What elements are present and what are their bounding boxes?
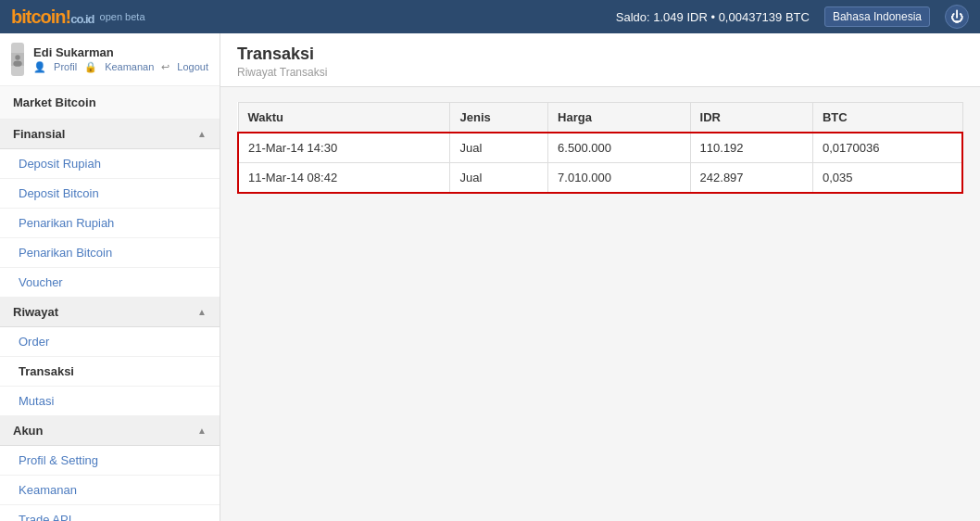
finansial-label: Finansial [13, 127, 65, 141]
keamanan-icon: 🔒 [84, 61, 97, 73]
cell-waktu: 11-Mar-14 08:42 [238, 163, 450, 194]
saldo-display: Saldo: 1.049 IDR • 0,00437139 BTC [616, 10, 810, 24]
sidebar-item-penarikan-rupiah[interactable]: Penarikan Rupiah [0, 209, 220, 238]
cell-jenis: Jual [450, 133, 548, 163]
col-btc: BTC [812, 103, 962, 133]
logout-icon: ↩ [161, 61, 170, 73]
profil-icon: 👤 [33, 61, 46, 73]
sidebar-item-order[interactable]: Order [0, 327, 220, 357]
saldo-label: Saldo: [616, 10, 650, 24]
transaction-table: Waktu Jenis Harga IDR BTC 21-Mar-14 14:3… [237, 102, 963, 194]
sidebar-section-riwayat[interactable]: Riwayat ▲ [0, 298, 220, 327]
col-waktu: Waktu [238, 103, 450, 133]
logo-coid: co.id [70, 12, 94, 26]
header-right: Saldo: 1.049 IDR • 0,00437139 BTC Bahasa… [616, 5, 969, 29]
page-title: Transaksi [237, 44, 963, 64]
avatar [11, 43, 24, 76]
cell-btc: 0,035 [812, 163, 962, 194]
page-subtitle: Riwayat Transaksi [237, 66, 963, 79]
keamanan-link[interactable]: Keamanan [105, 61, 154, 73]
language-button[interactable]: Bahasa Indonesia [824, 6, 930, 27]
sidebar-item-deposit-rupiah[interactable]: Deposit Rupiah [0, 149, 220, 179]
cell-jenis: Jual [450, 163, 548, 194]
header: bitcoin!co.id open beta Saldo: 1.049 IDR… [0, 0, 980, 33]
logo-bitcoin: bitcoin [11, 6, 66, 27]
col-harga: Harga [548, 103, 690, 133]
cell-waktu: 21-Mar-14 14:30 [238, 133, 450, 163]
sidebar: Edi Sukarman 👤 Profil 🔒 Keamanan ↩ Logou… [0, 33, 220, 521]
svg-point-2 [13, 61, 21, 67]
user-links: 👤 Profil 🔒 Keamanan ↩ Logout [33, 61, 208, 73]
sidebar-item-mutasi[interactable]: Mutasi [0, 387, 220, 416]
table-row: 21-Mar-14 14:30Jual6.500.000110.1920,017… [238, 133, 962, 163]
cell-btc: 0,0170036 [812, 133, 962, 163]
table-header: Waktu Jenis Harga IDR BTC [238, 103, 962, 133]
profil-link[interactable]: Profil [54, 61, 77, 73]
riwayat-label: Riwayat [13, 305, 58, 319]
user-details: Edi Sukarman 👤 Profil 🔒 Keamanan ↩ Logou… [33, 45, 208, 73]
sidebar-section-akun[interactable]: Akun ▲ [0, 416, 220, 446]
cell-harga: 7.010.000 [548, 163, 690, 194]
sidebar-item-voucher[interactable]: Voucher [0, 268, 220, 298]
main-content: Transaksi Riwayat Transaksi Waktu Jenis … [220, 33, 980, 521]
table-header-row: Waktu Jenis Harga IDR BTC [238, 103, 962, 133]
table-row: 11-Mar-14 08:42Jual7.010.000242.8970,035 [238, 163, 962, 194]
col-jenis: Jenis [450, 103, 548, 133]
power-icon: ⏻ [950, 9, 963, 24]
transaction-content: Waktu Jenis Harga IDR BTC 21-Mar-14 14:3… [220, 87, 980, 209]
logout-link[interactable]: Logout [177, 61, 208, 73]
akun-label: Akun [13, 424, 44, 438]
user-name: Edi Sukarman [33, 45, 208, 59]
finansial-chevron-icon: ▲ [197, 129, 207, 139]
sidebar-item-profil-setting[interactable]: Profil & Setting [0, 446, 220, 476]
table-body: 21-Mar-14 14:30Jual6.500.000110.1920,017… [238, 133, 962, 193]
logo: bitcoin!co.id open beta [11, 6, 145, 28]
cell-idr: 242.897 [690, 163, 812, 194]
open-beta-label: open beta [100, 11, 145, 22]
saldo-sep: • [710, 10, 715, 24]
sidebar-item-penarikan-bitcoin[interactable]: Penarikan Bitcoin [0, 238, 220, 268]
sidebar-section-finansial[interactable]: Finansial ▲ [0, 120, 220, 149]
layout: Edi Sukarman 👤 Profil 🔒 Keamanan ↩ Logou… [0, 33, 980, 521]
sidebar-item-transaksi[interactable]: Transaksi [0, 357, 220, 387]
svg-point-1 [15, 55, 19, 59]
riwayat-chevron-icon: ▲ [197, 307, 207, 317]
sidebar-item-trade-api[interactable]: Trade API [0, 505, 220, 521]
cell-harga: 6.500.000 [548, 133, 690, 163]
power-button[interactable]: ⏻ [945, 5, 969, 29]
saldo-btc: 0,00437139 BTC [719, 10, 810, 24]
main-header: Transaksi Riwayat Transaksi [220, 33, 980, 87]
cell-idr: 110.192 [690, 133, 812, 163]
sidebar-item-keamanan[interactable]: Keamanan [0, 476, 220, 505]
user-info: Edi Sukarman 👤 Profil 🔒 Keamanan ↩ Logou… [0, 33, 220, 86]
saldo-idr: 1.049 IDR [653, 10, 708, 24]
sidebar-item-market-bitcoin[interactable]: Market Bitcoin [0, 86, 220, 120]
col-idr: IDR [690, 103, 812, 133]
sidebar-item-deposit-bitcoin[interactable]: Deposit Bitcoin [0, 179, 220, 209]
akun-chevron-icon: ▲ [197, 426, 207, 436]
